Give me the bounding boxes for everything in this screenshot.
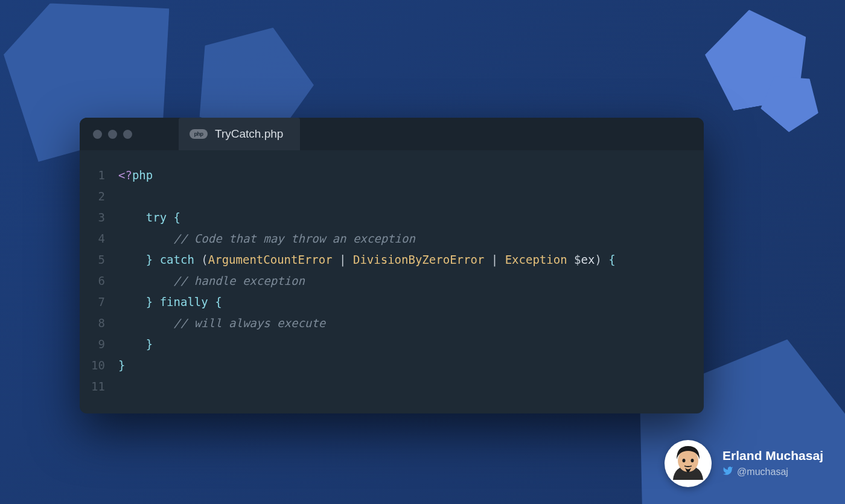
code-line: // Code that may throw an exception [118,232,415,245]
code-content[interactable]: <?php try { // Code that may throw an ex… [118,165,704,397]
author-name: Erland Muchasaj [722,448,823,463]
line-number: 1 [80,165,105,186]
code-line: try { [118,211,180,224]
line-number: 10 [80,355,105,376]
titlebar: php TryCatch.php [80,118,704,150]
avatar-illustration [667,442,709,485]
code-line: } finally { [118,295,222,308]
window-maximize-dot[interactable] [123,130,132,139]
code-line: } [118,337,153,351]
avatar [665,440,712,487]
line-number-gutter: 1 2 3 4 5 6 7 8 9 10 11 [80,165,118,397]
tab-title: TryCatch.php [215,127,283,141]
line-number: 5 [80,249,105,270]
line-number: 2 [80,186,105,207]
php-file-icon: php [190,129,208,139]
line-number: 6 [80,270,105,292]
line-number: 9 [80,334,105,355]
code-line: } [118,359,125,372]
author-text: Erland Muchasaj @muchasaj [722,448,823,479]
author-handle[interactable]: @muchasaj [737,467,788,477]
code-line: <?php [118,168,153,182]
line-number: 8 [80,313,105,334]
code-line [118,190,125,203]
code-line: // handle exception [118,274,305,287]
code-area: 1 2 3 4 5 6 7 8 9 10 11 <?php try { // C… [80,150,704,397]
twitter-icon [722,465,733,479]
window-minimize-dot[interactable] [108,130,117,139]
line-number: 7 [80,292,105,313]
window-controls [80,118,145,150]
line-number: 4 [80,228,105,249]
line-number: 3 [80,207,105,228]
editor-tab[interactable]: php TryCatch.php [179,118,300,150]
line-number: 11 [80,376,105,397]
code-line: } catch (ArgumentCountError | DivisionBy… [118,253,616,266]
author-card: Erland Muchasaj @muchasaj [665,440,823,487]
code-line [118,380,125,393]
author-handle-row: @muchasaj [722,465,823,479]
code-editor-window: php TryCatch.php 1 2 3 4 5 6 7 8 9 10 11… [80,118,704,413]
svg-point-3 [691,459,694,462]
code-line: // will always execute [118,316,325,330]
svg-point-2 [683,459,686,462]
window-close-dot[interactable] [93,130,102,139]
